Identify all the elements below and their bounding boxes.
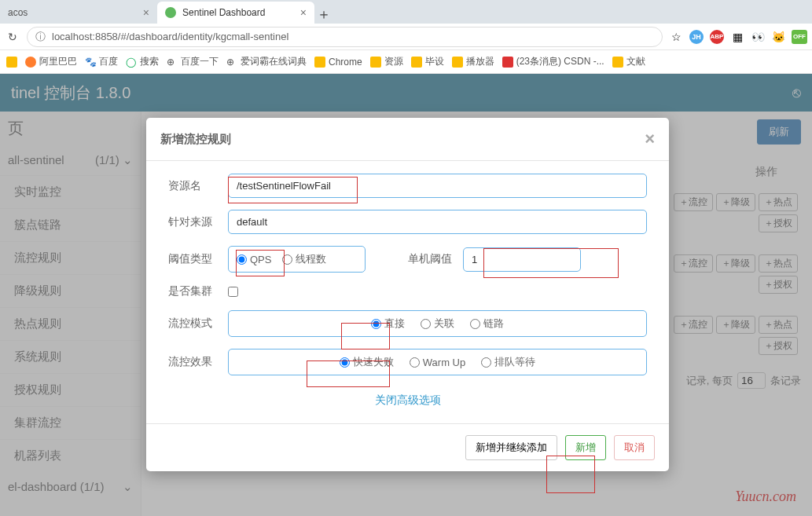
favicon-icon bbox=[165, 7, 176, 18]
label-effect: 流控效果 bbox=[168, 355, 217, 369]
tab-label: Sentinel Dashboard bbox=[182, 7, 265, 18]
close-icon[interactable]: × bbox=[300, 6, 307, 19]
close-icon[interactable]: × bbox=[143, 6, 149, 19]
site-icon: ⊕ bbox=[167, 57, 178, 68]
modal-title: 新增流控规则 bbox=[160, 132, 231, 147]
star-icon[interactable]: ☆ bbox=[669, 30, 683, 44]
resource-input[interactable] bbox=[228, 174, 647, 198]
url-text: localhost:8858/#/dashboard/identity/kgcm… bbox=[52, 31, 288, 42]
bookmark-item[interactable]: 文献 bbox=[612, 55, 645, 68]
label-resource: 资源名 bbox=[168, 179, 217, 193]
tab-label: acos bbox=[8, 7, 28, 18]
folder-icon bbox=[612, 57, 623, 68]
ext-eye-icon[interactable]: 👀 bbox=[751, 30, 765, 44]
single-threshold-input[interactable] bbox=[463, 247, 581, 272]
radio-assoc[interactable]: 关联 bbox=[421, 317, 454, 331]
ext-cat-icon[interactable]: 🐱 bbox=[771, 30, 785, 44]
add-continue-button[interactable]: 新增并继续添加 bbox=[465, 435, 557, 460]
ext-jh-icon[interactable]: JH bbox=[689, 30, 704, 44]
info-icon: ⓘ bbox=[35, 30, 46, 44]
ext-qr-icon[interactable]: ▦ bbox=[730, 30, 744, 44]
label-source: 针对来源 bbox=[168, 215, 217, 229]
bookmark-item[interactable]: 播放器 bbox=[452, 55, 494, 68]
bookmark-item[interactable]: 毕设 bbox=[411, 55, 444, 68]
bookmarks-bar: 阿里巴巴 🐾百度 ◯搜索 ⊕百度一下 ⊕爱词霸在线词典 Chrome 资源 毕设… bbox=[0, 50, 812, 74]
addr-icons: ☆ JH ABP ▦ 👀 🐱 OFF bbox=[669, 30, 807, 44]
site-icon: 🐾 bbox=[85, 57, 96, 68]
radio-queue[interactable]: 排队等待 bbox=[481, 355, 535, 369]
browser-tabs: acos × Sentinel Dashboard × ＋ bbox=[0, 0, 812, 24]
label-threshold-type: 阈值类型 bbox=[168, 252, 217, 266]
folder-icon bbox=[6, 57, 17, 68]
radio-warmup[interactable]: Warm Up bbox=[410, 357, 465, 368]
bookmark-item[interactable]: 资源 bbox=[370, 55, 403, 68]
cancel-button[interactable]: 取消 bbox=[614, 435, 655, 460]
radio-direct[interactable]: 直接 bbox=[371, 317, 405, 331]
folder-icon bbox=[370, 57, 381, 68]
bookmark-item[interactable]: ◯搜索 bbox=[126, 55, 159, 68]
radio-thread[interactable]: 线程数 bbox=[282, 252, 326, 266]
address-bar: ↻ ⓘ localhost:8858/#/dashboard/identity/… bbox=[0, 24, 812, 50]
ext-off-icon[interactable]: OFF bbox=[792, 30, 807, 44]
bookmark-item[interactable]: Chrome bbox=[314, 57, 362, 68]
flow-rule-modal: 新增流控规则 × 资源名 针对来源 阈值类型 QPS 线程数 单机阈值 是否集群… bbox=[146, 118, 669, 471]
folder-icon bbox=[452, 57, 463, 68]
url-input[interactable]: ⓘ localhost:8858/#/dashboard/identity/kg… bbox=[27, 27, 663, 47]
folder-icon bbox=[411, 57, 422, 68]
site-icon bbox=[25, 57, 36, 68]
radio-chain[interactable]: 链路 bbox=[470, 317, 504, 331]
new-tab-button[interactable]: ＋ bbox=[314, 5, 333, 24]
bookmark-item[interactable]: (23条消息) CSDN -... bbox=[502, 55, 604, 68]
radio-fastfail[interactable]: 快速失败 bbox=[340, 355, 394, 369]
bookmark-item[interactable]: 阿里巴巴 bbox=[25, 55, 77, 68]
advanced-toggle[interactable]: 关闭高级选项 bbox=[168, 387, 647, 419]
label-mode: 流控模式 bbox=[168, 317, 217, 331]
cluster-checkbox[interactable] bbox=[228, 287, 238, 297]
bookmark-item[interactable]: 🐾百度 bbox=[85, 55, 118, 68]
site-icon bbox=[502, 57, 513, 68]
bookmark-item[interactable]: ⊕爱词霸在线词典 bbox=[226, 55, 307, 68]
close-icon[interactable]: × bbox=[645, 129, 655, 149]
ext-abp-icon[interactable]: ABP bbox=[710, 30, 724, 44]
radio-qps[interactable]: QPS bbox=[237, 254, 271, 265]
site-icon: ⊕ bbox=[226, 57, 237, 68]
add-button[interactable]: 新增 bbox=[565, 435, 606, 460]
label-single: 单机阈值 bbox=[408, 252, 452, 266]
bookmark-item[interactable] bbox=[6, 57, 17, 68]
label-cluster: 是否集群 bbox=[168, 284, 217, 298]
tab-inactive[interactable]: acos × bbox=[0, 2, 157, 24]
site-icon: ◯ bbox=[126, 57, 137, 68]
bookmark-item[interactable]: ⊕百度一下 bbox=[167, 55, 219, 68]
reload-icon[interactable]: ↻ bbox=[5, 29, 20, 45]
tab-active[interactable]: Sentinel Dashboard × bbox=[157, 2, 314, 24]
folder-icon bbox=[314, 57, 325, 68]
source-input[interactable] bbox=[228, 210, 647, 234]
